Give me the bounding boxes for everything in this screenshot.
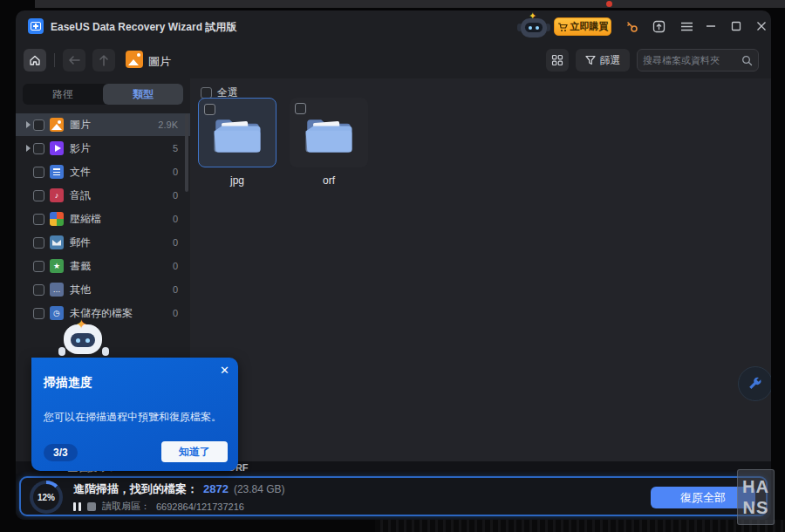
item-count: 0 xyxy=(173,237,190,248)
cart-icon xyxy=(557,22,568,32)
videos-icon xyxy=(50,141,64,155)
current-location-image-icon xyxy=(126,51,143,68)
folder-name: orf xyxy=(290,174,368,187)
buy-now-button[interactable]: 立即購買 xyxy=(554,17,611,36)
sidebar-item-email[interactable]: 郵件 0 xyxy=(16,231,190,254)
checkbox[interactable] xyxy=(295,103,306,114)
star-icon: ✦ xyxy=(76,317,87,332)
popup-ok-button[interactable]: 知道了 xyxy=(161,441,228,462)
tab-path[interactable]: 路徑 xyxy=(23,84,103,105)
grid-view-icon xyxy=(551,54,563,66)
sector-value: 6692864/121737216 xyxy=(156,501,244,512)
folder-icon xyxy=(212,115,263,155)
checkbox[interactable] xyxy=(33,284,44,296)
sidebar-item-images[interactable]: 圖片 2.9K xyxy=(16,113,190,136)
popup-body: 您可以在掃描過程中預覽和復原檔案。 xyxy=(44,410,227,425)
home-button[interactable] xyxy=(24,49,46,72)
sidebar-item-archives[interactable]: 壓縮檔 0 xyxy=(16,208,190,230)
title-bar: EaseUS Data Recovery Wizard 試用版 ✦ 立即購買 xyxy=(16,10,771,42)
close-button[interactable] xyxy=(754,18,769,34)
item-count: 0 xyxy=(173,214,190,224)
tab-type[interactable]: 類型 xyxy=(103,84,183,105)
desktop-background xyxy=(375,520,785,532)
folder-tile[interactable] xyxy=(198,98,276,167)
filter-label: 篩選 xyxy=(600,53,621,68)
popup-step-badge: 3/3 xyxy=(44,444,78,461)
feedback-share-icon[interactable] xyxy=(651,18,666,34)
found-size: (23.84 GB) xyxy=(234,483,285,495)
others-icon: … xyxy=(50,283,64,297)
license-key-icon[interactable] xyxy=(624,18,639,34)
item-count: 0 xyxy=(173,308,190,318)
home-icon xyxy=(29,54,41,66)
grid-view-button[interactable] xyxy=(546,49,569,72)
pause-button[interactable] xyxy=(73,502,81,511)
scan-label: 進階掃描，找到的檔案： xyxy=(73,481,198,497)
checkbox[interactable] xyxy=(33,119,44,131)
popup-title: 掃描進度 xyxy=(44,375,92,391)
images-icon xyxy=(50,118,64,132)
archives-icon xyxy=(50,212,64,226)
file-grid-area xyxy=(190,78,771,461)
popup-close-icon[interactable]: ✕ xyxy=(220,364,229,377)
expand-arrow-icon[interactable] xyxy=(23,145,33,152)
folder-name: jpg xyxy=(198,174,276,187)
app-window: EaseUS Data Recovery Wizard 試用版 ✦ 立即購買 xyxy=(16,10,771,520)
toolbar-separator xyxy=(54,53,55,67)
sidebar-item-bookmarks[interactable]: ★ 書籤 0 xyxy=(16,255,190,277)
checkbox[interactable] xyxy=(204,104,215,115)
item-count: 0 xyxy=(173,284,190,295)
search-box[interactable] xyxy=(637,49,759,72)
repair-tools-fab[interactable] xyxy=(738,366,771,401)
current-location-label: 圖片 xyxy=(148,54,171,70)
assistant-robot-icon[interactable]: ✦ xyxy=(519,12,549,40)
sidebar-item-others[interactable]: … 其他 0 xyxy=(16,278,190,301)
background-notification-dot xyxy=(606,1,612,7)
back-button[interactable] xyxy=(63,49,85,72)
window-title: EaseUS Data Recovery Wizard 試用版 xyxy=(51,20,236,35)
search-icon xyxy=(741,55,753,66)
folder-item-orf[interactable]: orf xyxy=(290,98,368,187)
arrow-left-icon xyxy=(68,55,80,65)
sidebar-item-videos[interactable]: 影片 5 xyxy=(16,137,190,160)
stop-button[interactable] xyxy=(87,502,96,511)
progress-percent: 12% xyxy=(33,484,59,510)
app-logo-icon xyxy=(28,18,44,34)
funnel-icon xyxy=(585,55,596,65)
scan-summary-line: 進階掃描，找到的檔案： 2872 (23.84 GB) xyxy=(73,481,285,497)
checkbox[interactable] xyxy=(33,214,44,225)
folder-tile[interactable] xyxy=(290,98,368,167)
checkbox[interactable] xyxy=(33,261,44,272)
buy-now-label: 立即購買 xyxy=(570,20,609,33)
checkbox[interactable] xyxy=(33,237,44,249)
checkbox[interactable] xyxy=(33,190,44,201)
folder-icon xyxy=(304,115,354,155)
expand-arrow-icon[interactable] xyxy=(23,121,33,128)
background-window-strip xyxy=(35,0,785,8)
minimize-button[interactable] xyxy=(703,18,719,34)
sidebar-item-audio[interactable]: ♪ 音訊 0 xyxy=(16,184,190,207)
search-input[interactable] xyxy=(643,55,741,65)
checkbox[interactable] xyxy=(33,143,44,154)
item-count: 0 xyxy=(173,190,190,201)
email-icon xyxy=(50,235,64,249)
assistant-mascot: ✦ xyxy=(55,317,113,359)
checkbox[interactable] xyxy=(33,167,44,178)
hamburger-menu-icon[interactable] xyxy=(679,18,694,34)
hans-watermark: HA NS xyxy=(737,469,775,525)
sidebar-scrollbar[interactable] xyxy=(185,113,188,192)
filter-button[interactable]: 篩選 xyxy=(576,49,630,72)
up-button[interactable] xyxy=(92,49,115,72)
progress-ring: 12% xyxy=(30,481,63,514)
arrow-up-icon xyxy=(99,54,109,66)
maximize-button[interactable] xyxy=(728,18,744,34)
scan-progress-popup: ✕ 掃描進度 您可以在掃描過程中預覽和復原檔案。 3/3 知道了 xyxy=(31,358,238,471)
wrench-icon xyxy=(747,375,764,392)
documents-icon xyxy=(50,165,64,179)
audio-icon: ♪ xyxy=(50,188,64,202)
sidebar-item-documents[interactable]: 文件 0 xyxy=(16,160,190,183)
folder-item-jpg[interactable]: jpg xyxy=(198,98,276,187)
bookmarks-icon: ★ xyxy=(50,259,64,273)
checkbox[interactable] xyxy=(33,308,44,319)
found-count: 2872 xyxy=(203,482,229,495)
